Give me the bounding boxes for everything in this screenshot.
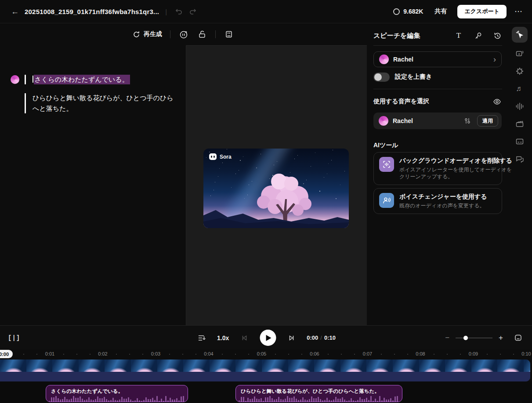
audio-clip[interactable]: ひらひらと舞い散る花びらが、ひとつ手のひらへと落ちた。: [235, 385, 402, 402]
override-label: 設定を上書き: [395, 73, 432, 81]
voice-section-header: 使用する音声を選択: [373, 96, 502, 107]
timeline-zoom-slider[interactable]: [456, 338, 492, 338]
panel-divider: [373, 89, 502, 89]
credits-counter[interactable]: 9.682K: [393, 8, 423, 15]
video-thumbnail: [26, 359, 53, 372]
apply-voice-button[interactable]: 適用: [477, 115, 498, 127]
eye-icon[interactable]: [492, 97, 502, 106]
play-button[interactable]: [260, 330, 276, 346]
video-thumbnail: [52, 359, 79, 372]
playback-speed[interactable]: 1.0x: [217, 334, 229, 341]
zoom-slider-handle[interactable]: [463, 336, 468, 340]
video-thumbnail: [366, 359, 393, 372]
voice-option-name: Rachel: [393, 117, 413, 124]
ruler-dot: [169, 354, 170, 355]
ruler-dot: [23, 354, 24, 355]
ai-tool-card[interactable]: バックグラウンドオーディオを削除するボイスアイソレーターを使用してオーディオをク…: [373, 152, 502, 185]
video-thumbnail: [524, 359, 530, 372]
ruler-dot: [222, 354, 223, 355]
block-marker-bar: [25, 75, 26, 84]
bracket-cursor-icon[interactable]: [|]: [8, 334, 20, 341]
voice-avatar: [379, 116, 388, 126]
zoom-in-icon[interactable]: +: [499, 334, 503, 342]
preview-scene: [203, 149, 349, 228]
select-tool-icon[interactable]: [512, 27, 528, 43]
ruler-dot: [394, 354, 395, 355]
transcript-block[interactable]: さくらの木わたたずんでいる。: [25, 74, 177, 85]
transcript[interactable]: さくらの木わたたずんでいる。ひらひらと舞い散る花びらが、ひとつ手のひらへと落ちた…: [0, 45, 186, 303]
voice-section-title: 使用する音声を選択: [373, 98, 429, 105]
ruler-dot: [500, 354, 501, 355]
ruler-dot: [381, 354, 382, 355]
journal-icon[interactable]: [224, 29, 234, 40]
panel-divider: [373, 45, 502, 46]
regenerate-button[interactable]: 再生成: [133, 30, 162, 38]
audio-clip[interactable]: さくらの木わたたずんでいる。: [46, 385, 188, 402]
fit-view-icon[interactable]: [513, 333, 523, 343]
tool-rail: a ♬: [507, 23, 532, 325]
ruler-label: 0:02: [98, 351, 107, 356]
document-title[interactable]: 20251008_2159_01k71nff36fwba7hs1qr3...: [25, 8, 159, 15]
voice-avatar: [379, 54, 389, 64]
skip-previous-icon[interactable]: [239, 333, 250, 343]
more-icon[interactable]: ⋯: [514, 7, 523, 16]
export-button[interactable]: エクスポート: [457, 5, 507, 18]
chevron-right-icon: ›: [493, 55, 496, 63]
sound-effects-icon[interactable]: [515, 66, 525, 76]
ruler-dot: [76, 354, 77, 355]
video-track[interactable]: [0, 359, 530, 381]
unlock-icon[interactable]: [197, 29, 207, 40]
canvas-area: Sora: [186, 45, 367, 325]
music-note-icon[interactable]: ♬: [515, 84, 525, 94]
ruler-dot: [116, 354, 117, 355]
history-icon[interactable]: [492, 31, 502, 40]
text-tool-icon[interactable]: T: [454, 31, 463, 40]
voice-isolator-icon: [379, 157, 394, 172]
refresh-icon: [133, 31, 140, 38]
video-thumbnail: [471, 359, 498, 372]
timeline-ruler[interactable]: 0:00 0:000:010:020:030:040:050:060:070:0…: [0, 349, 532, 359]
ai-tool-card[interactable]: ボイスチェンジャーを使用する既存のオーディオの声を変更する。: [373, 188, 502, 214]
video-preview[interactable]: Sora: [203, 149, 349, 228]
zoom-out-icon[interactable]: −: [445, 334, 449, 342]
redo-icon[interactable]: [187, 6, 199, 17]
text-to-speech-icon[interactable]: a: [515, 49, 525, 58]
undo-icon[interactable]: [173, 6, 185, 17]
chat-icon[interactable]: [515, 154, 525, 164]
ai-tools-title: AIツール: [373, 142, 398, 149]
waveform-icon[interactable]: [515, 102, 525, 111]
sora-watermark: Sora: [209, 153, 232, 160]
share-button[interactable]: 共有: [434, 7, 447, 15]
jump-to-playhead-icon[interactable]: [196, 333, 207, 343]
back-icon[interactable]: ←: [9, 5, 21, 18]
block-marker-bar: [25, 93, 26, 113]
add-pause-icon[interactable]: [178, 29, 189, 40]
top-bar: ← 20251008_2159_01k71nff36fwba7hs1qr3...…: [0, 0, 532, 23]
voice-option-row[interactable]: Rachel 適用: [373, 113, 502, 129]
video-thumbnail: [157, 359, 184, 372]
ruler-dot: [129, 354, 130, 355]
clapperboard-icon[interactable]: [515, 119, 525, 129]
voice-selector[interactable]: Rachel ›: [373, 51, 502, 67]
audio-track: さくらの木わたたずんでいる。ひらひらと舞い散る花びらが、ひとつ手のひらへと落ちた…: [0, 381, 532, 403]
ruler-label: 0:10: [521, 351, 531, 356]
captions-icon[interactable]: [515, 137, 525, 146]
microphone-icon[interactable]: [473, 31, 483, 40]
transcript-text[interactable]: さくらの木わたたずんでいる。: [34, 75, 130, 84]
override-toggle[interactable]: [373, 73, 390, 82]
ai-card-title: バックグラウンドオーディオを削除する: [399, 157, 512, 165]
text-caret: [33, 76, 33, 83]
voice-changer-icon: [379, 193, 394, 208]
credits-ring-icon: [393, 8, 400, 15]
voice-settings-icon[interactable]: [462, 116, 473, 126]
transcript-block[interactable]: ひらひらと舞い散る花びらが、ひとつ手のひらへと落ちた。: [25, 93, 177, 114]
ruler-dot: [142, 354, 143, 355]
ai-card-title: ボイスチェンジャーを使用する: [399, 193, 487, 201]
ruler-dot: [407, 354, 408, 355]
skip-next-icon[interactable]: [286, 333, 297, 343]
playhead-time-badge[interactable]: 0:00: [0, 350, 13, 358]
transcript-text[interactable]: ひらひらと舞い散る花びらが、ひとつ手のひらへと落ちた。: [33, 94, 174, 112]
ruler-dot: [275, 354, 276, 355]
video-thumbnail: [105, 359, 131, 372]
video-thumbnail: [262, 359, 288, 372]
